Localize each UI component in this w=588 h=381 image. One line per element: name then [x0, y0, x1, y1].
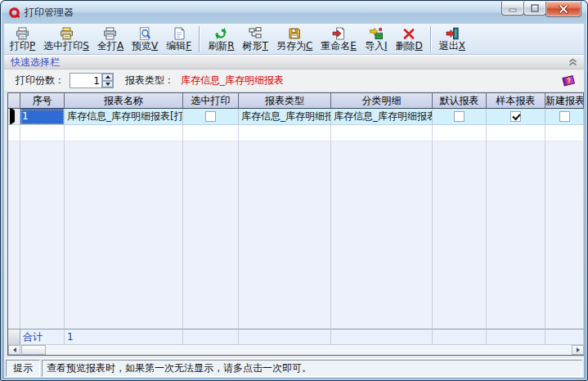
refresh-icon: [214, 27, 227, 40]
grid-filler-cell: [65, 141, 183, 329]
scroll-right-button[interactable]: [572, 345, 584, 355]
cell-new-report: [545, 109, 584, 125]
copies-input[interactable]: [70, 74, 101, 87]
printer-icon: [16, 27, 29, 40]
column-header-default-report[interactable]: 默认报表: [433, 93, 487, 109]
empty-row-cell: [183, 125, 239, 141]
grid-filler-cell: [331, 141, 433, 329]
empty-row-cell: [545, 125, 584, 141]
column-header-sample-report[interactable]: 样本报表: [487, 93, 545, 109]
grid-filler-cell: [183, 141, 239, 329]
empty-row-cell: [331, 125, 433, 141]
row-selector-cell[interactable]: [8, 109, 20, 125]
cell-report-type[interactable]: 库存信息_库存明细报表: [239, 109, 331, 125]
footer-total-label: 合计: [20, 329, 65, 344]
status-bar: 提示 查看预览报表时，如果第一次无法显示，请多点击一次即可。: [4, 358, 584, 378]
empty-row-cell: [487, 125, 545, 141]
status-tip-label: 提示: [6, 360, 40, 377]
delete-button[interactable]: 删除D: [391, 25, 426, 54]
quick-select-title: 快速选择栏: [11, 56, 568, 69]
app-logo-icon: [8, 7, 20, 19]
print-all-label: 全打: [97, 40, 117, 52]
status-message: 查看预览报表时，如果第一次无法显示，请多点击一次即可。: [42, 360, 582, 377]
rename-button[interactable]: 重命名E: [316, 25, 361, 54]
import-label: 导入: [365, 40, 384, 52]
window-title: 打印管理器: [25, 6, 74, 20]
toolbar: 打印P 选中打印S 全打A 预览V: [4, 24, 584, 55]
save-as-icon: [288, 27, 301, 40]
edit-button[interactable]: 编辑F: [162, 25, 195, 54]
printer-all-icon: [103, 27, 117, 40]
scrollbar-track[interactable]: [46, 345, 572, 355]
print-selected-button[interactable]: 选中打印S: [39, 25, 93, 54]
refresh-label: 刷新: [208, 40, 227, 52]
refresh-button[interactable]: 刷新R: [204, 25, 238, 54]
sample-report-checkbox[interactable]: [510, 111, 521, 122]
print-label: 打印: [10, 40, 29, 52]
toolbar-separator: [430, 26, 432, 52]
column-header-print-selected[interactable]: 选中打印: [183, 93, 239, 109]
minimize-button[interactable]: [501, 2, 524, 16]
default-report-checkbox[interactable]: [454, 111, 465, 122]
arrow-down-icon: [105, 83, 110, 86]
copies-spinner: [70, 73, 114, 88]
spin-up-button[interactable]: [102, 74, 113, 81]
import-button[interactable]: 导入I: [361, 25, 392, 54]
report-grid: 序号 报表名称 选中打印 报表类型 分类明细 默认报表 样本报表 新建报表 1 …: [8, 93, 584, 344]
save-as-button[interactable]: 另存为C: [272, 25, 316, 54]
empty-row-cell: [65, 125, 183, 141]
cell-default-report: [433, 109, 487, 125]
new-report-checkbox[interactable]: [559, 111, 570, 122]
cell-seq[interactable]: 1: [20, 109, 65, 125]
scrollbar-thumb[interactable]: [21, 345, 46, 355]
filter-row: 打印份数： 报表类型： 库存信息_库存明细报表 ?: [4, 69, 584, 92]
footer-empty-cell: [433, 329, 487, 344]
column-header-seq[interactable]: 序号: [20, 93, 65, 109]
print-button[interactable]: 打印P: [6, 25, 39, 54]
cell-sample-report: [487, 109, 545, 125]
spin-down-button[interactable]: [102, 81, 113, 88]
cell-report-name[interactable]: 库存信息_库存明细报表[打印]: [65, 109, 183, 125]
print-all-button[interactable]: 全打A: [93, 25, 128, 54]
grid-filler-cell: [239, 141, 331, 329]
footer-total-value: 1: [65, 329, 183, 344]
client-area: 打印P 选中打印S 全打A 预览V: [4, 24, 584, 378]
empty-row-cell: [433, 125, 487, 141]
titlebar[interactable]: 打印管理器: [2, 2, 586, 24]
empty-row-cell: [20, 125, 65, 141]
close-button[interactable]: [545, 2, 581, 17]
scroll-left-button[interactable]: [8, 345, 20, 355]
print-selected-checkbox[interactable]: [205, 111, 216, 122]
report-type-value: 库存信息_库存明细报表: [181, 74, 284, 87]
preview-button[interactable]: 预览V: [128, 25, 162, 54]
footer-empty-cell: [331, 329, 433, 344]
column-header-report-type[interactable]: 报表类型: [239, 93, 331, 109]
footer-empty-cell: [183, 329, 239, 344]
delete-icon: [402, 27, 415, 40]
grid-filler-cell: [8, 141, 20, 329]
footer-empty-cell: [239, 329, 331, 344]
report-grid-panel: 序号 报表名称 选中打印 报表类型 分类明细 默认报表 样本报表 新建报表 1 …: [7, 92, 584, 356]
empty-row-cell: [239, 125, 331, 141]
save-as-label: 另存为: [276, 40, 306, 52]
footer-empty-cell: [487, 329, 545, 344]
column-header-category-detail[interactable]: 分类明细: [331, 93, 433, 109]
horizontal-scrollbar[interactable]: [8, 344, 584, 355]
footer-empty-cell: [545, 329, 584, 344]
tree-view-label: 树形: [243, 40, 263, 52]
cell-category-detail[interactable]: 库存信息_库存明细报表: [331, 109, 433, 125]
grid-filler-cell: [487, 141, 545, 329]
preview-label: 预览: [132, 40, 151, 52]
footer-selector-cell: [8, 329, 20, 344]
tree-view-button[interactable]: 树形T: [239, 25, 272, 54]
grid-filler-cell: [433, 141, 487, 329]
exit-button[interactable]: 退出X: [435, 25, 469, 54]
toolbar-separator: [199, 26, 200, 52]
delete-label: 删除: [395, 40, 415, 52]
maximize-button[interactable]: [523, 2, 546, 16]
chevron-double-up-icon[interactable]: [568, 58, 577, 66]
current-row-arrow-icon: [10, 109, 15, 125]
column-header-new-report[interactable]: 新建报表: [545, 93, 584, 109]
column-header-report-name[interactable]: 报表名称: [65, 93, 183, 109]
help-book-icon[interactable]: ?: [561, 74, 576, 87]
